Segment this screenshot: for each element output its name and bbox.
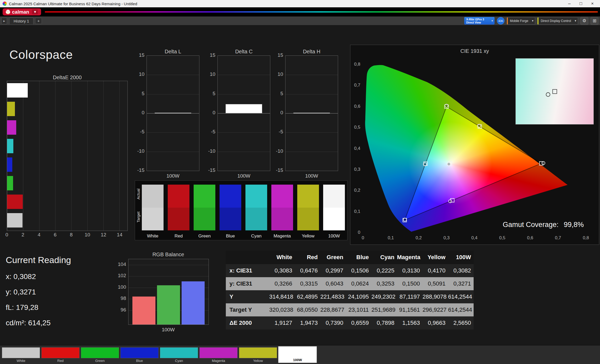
pattern-source-button[interactable]: Mobile Forge ▾ xyxy=(507,17,535,25)
gridline xyxy=(87,81,88,231)
table-cell: 0,1500 xyxy=(397,277,423,290)
axis-tick-label: 5 xyxy=(142,91,144,96)
table-cell: 614,2544 xyxy=(448,290,474,303)
swatch-100w: 100W xyxy=(323,185,345,239)
swatch-label: Magenta xyxy=(271,234,293,239)
axis-tick-label: 15 xyxy=(139,52,144,58)
tab-history-1[interactable]: History 1 xyxy=(9,18,33,24)
whitepoint-inset xyxy=(515,58,594,124)
table-cell: 0,3130 xyxy=(397,264,423,277)
rgb-bar-green xyxy=(157,285,180,325)
window-title: Calman 2025 Calman Ultimate for Business… xyxy=(9,2,137,6)
pattern-button-cyan[interactable]: Cyan xyxy=(160,347,198,363)
pattern-button-magenta[interactable]: Magenta xyxy=(199,347,238,363)
measured-point-icon xyxy=(546,92,550,97)
column-header: Cyan xyxy=(372,251,397,264)
gridline xyxy=(218,132,270,133)
axis-tick-label: 0,5 xyxy=(354,125,360,130)
logo-dropdown-icon[interactable]: ▼ xyxy=(32,9,38,14)
calman-logo-button[interactable]: calman ▼ xyxy=(3,8,41,15)
gamut-coverage-value: 99,8% xyxy=(564,221,584,229)
pattern-button-label: Green xyxy=(81,358,119,363)
table-cell: 24,1095 xyxy=(346,290,372,303)
rgb-balance-plot xyxy=(128,259,209,325)
swatch-label: Green xyxy=(194,234,215,239)
table-cell: 1,9127 xyxy=(269,316,295,329)
swatch-target xyxy=(271,208,293,230)
pattern-button-green[interactable]: Green xyxy=(81,347,119,363)
pattern-swatch xyxy=(41,347,80,358)
table-row: Y314,841862,4895221,483324,1095249,23028… xyxy=(226,290,474,303)
cie-1931-panel: CIE 1931 xy 0,80,70,60,50,40,30,20,10 00… xyxy=(350,45,599,245)
table-cell: 0,6476 xyxy=(295,264,321,277)
chevron-down-icon[interactable]: ▾ xyxy=(573,19,578,22)
table-row: Target Y320,023868,0550228,867723,101125… xyxy=(226,303,474,316)
table-cell: 0,3082 xyxy=(448,264,474,277)
chevron-down-icon[interactable]: ▾ xyxy=(490,19,495,22)
meter-count-badge: 436 xyxy=(497,17,504,25)
axis-tick-label: 0,2 xyxy=(354,188,360,193)
table-row: x: CIE310,30830,64760,29970,15060,22250,… xyxy=(226,264,474,277)
toolbar: ▸ History 1 + X-Rite i1Pro 3 Direct View… xyxy=(0,16,600,25)
axis-tick-label: -5 xyxy=(140,129,144,135)
close-button[interactable]: × xyxy=(591,0,594,7)
meter-button[interactable]: X-Rite i1Pro 3 Direct View ▾ xyxy=(464,17,495,25)
axis-tick-label: 12 xyxy=(101,232,106,238)
swatch-actual xyxy=(323,185,345,208)
pattern-button-white[interactable]: White xyxy=(2,347,40,363)
delta-c-plot xyxy=(217,55,270,171)
deltae-bar-cyan xyxy=(7,139,13,153)
swatch-blue: Blue xyxy=(220,185,241,239)
axis-tick-label: 0,7 xyxy=(555,235,561,241)
layout-grid-icon[interactable]: ⊞ xyxy=(591,17,598,25)
reading-value: y: 0,3271 xyxy=(6,288,71,296)
row-label: x: CIE31 xyxy=(226,264,269,277)
pattern-button-blue[interactable]: Blue xyxy=(120,347,159,363)
swatch-target xyxy=(323,208,345,230)
swatch-panel: Actual Target WhiteRedGreenBlueCyanMagen… xyxy=(135,180,347,240)
swatch-target xyxy=(220,208,241,230)
gear-icon[interactable]: ⚙ xyxy=(580,17,588,25)
gridline xyxy=(147,75,199,75)
axis-tick-label: 0 xyxy=(5,232,8,238)
axis-tick-label: 0,6 xyxy=(527,235,533,241)
x-axis-label: 100W xyxy=(147,173,199,179)
tab-scroll-button[interactable]: ▸ xyxy=(1,18,7,24)
rgb-balance-chart: RGB Balance 1041021009896 100W xyxy=(113,252,210,333)
current-reading-title: Current Reading xyxy=(6,255,71,265)
gridline xyxy=(147,152,199,152)
add-tab-button[interactable]: + xyxy=(35,18,42,24)
swatch-actual xyxy=(142,185,164,208)
chevron-down-icon[interactable]: ▾ xyxy=(530,19,535,22)
delta-l-chart: Delta L 151050-5-10-15 100W xyxy=(130,49,200,179)
cie-measured-cyan xyxy=(423,163,427,166)
delta-l-plot xyxy=(147,55,199,171)
axis-tick-label: 0,8 xyxy=(583,235,589,241)
pattern-button-red[interactable]: Red xyxy=(41,347,80,363)
row-label: Target Y xyxy=(226,303,269,316)
brand-bar: calman ▼ xyxy=(0,7,600,16)
gridline xyxy=(147,94,199,94)
deltae-bar-white xyxy=(7,213,23,228)
axis-tick-label: 4 xyxy=(38,232,41,238)
pattern-button-yellow[interactable]: Yellow xyxy=(239,347,277,363)
pattern-button-100w[interactable]: 100W xyxy=(278,346,317,363)
swatch-actual xyxy=(271,185,293,208)
minimize-button[interactable]: – xyxy=(568,0,570,7)
axis-tick-label: 0,8 xyxy=(354,62,360,67)
display-control-button[interactable]: Direct Display Control ▾ xyxy=(537,17,578,25)
axis-tick-label: 14 xyxy=(117,232,122,238)
deltae-bar-yellow xyxy=(7,102,15,116)
table-cell: 0,4170 xyxy=(423,264,448,277)
axis-tick-label: 102 xyxy=(118,273,126,278)
column-header: Magenta xyxy=(397,251,423,264)
reading-value: x: 0,3082 xyxy=(6,272,71,281)
maximize-button[interactable]: □ xyxy=(580,0,582,7)
gridline xyxy=(119,81,120,231)
page-title: Colorspace xyxy=(9,48,73,62)
window-titlebar: Calman 2025 Calman Ultimate for Business… xyxy=(0,0,600,7)
axis-tick-label: 0,3 xyxy=(444,235,450,241)
column-header: White xyxy=(269,251,295,264)
table-cell: 0,6559 xyxy=(346,316,372,329)
axis-tick-label: 0,5 xyxy=(499,235,506,241)
